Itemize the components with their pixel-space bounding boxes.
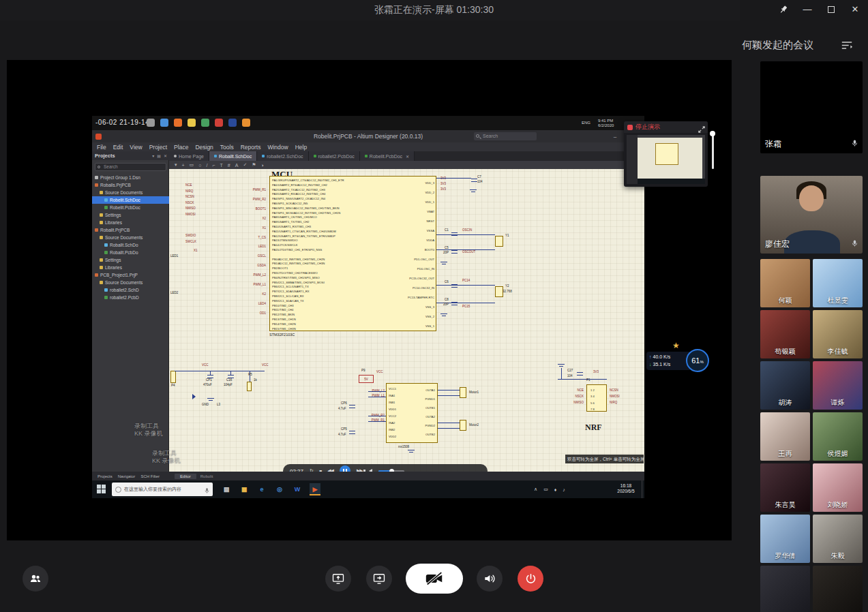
doc-icon (262, 155, 265, 157)
participant-tile[interactable]: 张霜 (760, 61, 863, 153)
cap-ref: C7 (477, 176, 481, 179)
pip-slider-knob[interactable] (710, 131, 715, 136)
minimize-button[interactable]: — (801, 3, 813, 16)
app-icon (174, 119, 182, 127)
network-stats: ↑ 40.0 K/s ↓ 35.1 K/s (646, 352, 691, 370)
participant-tile[interactable]: 何颖 (760, 259, 810, 307)
speaker-button[interactable] (477, 566, 503, 592)
participant-tile[interactable]: 杜昱雯 (813, 259, 863, 307)
file-icon (100, 191, 103, 194)
nrf-left-nets: NCE NSCK NMISO (555, 387, 584, 406)
file-icon (104, 288, 108, 292)
taskbar-search-box: 在这里输入你要搜索的内容 (112, 483, 213, 496)
pin-icon[interactable] (777, 3, 790, 16)
project-tree-item: Source Documents (92, 234, 169, 241)
participant-tile[interactable]: 谭烁 (813, 361, 863, 410)
document-tab: Robellt.PcbDoc ✕ (360, 151, 415, 161)
participant-tile[interactable]: 胡涛 (760, 361, 810, 410)
app-icon (242, 119, 250, 127)
capacitor-symbol (451, 284, 458, 288)
video-timestamp-watermark: -06-02 21-19-14 (95, 119, 149, 126)
upload-speed: 40.0 K/s (653, 353, 671, 361)
participant-tile[interactable]: 王再 (760, 412, 810, 461)
pip-slider[interactable] (712, 134, 714, 169)
participant-tile[interactable]: 罗华倩 (760, 515, 810, 563)
taskbar-app-icon: ▶ (310, 483, 320, 495)
participant-name: 谭烁 (813, 398, 863, 408)
net-label: PC14 (462, 279, 470, 283)
doc-icon (365, 155, 368, 157)
participant-tile[interactable]: 李佳毓 (813, 310, 863, 358)
expand-icon[interactable] (698, 123, 705, 136)
wire (558, 379, 607, 380)
panel-icon: ▾ (152, 153, 154, 158)
shared-screen-video[interactable]: -06-02 21-19-14 ENG 9:41 PM 6/2/2020 Rob… (92, 116, 644, 498)
crystal-value: 32.768 (503, 290, 512, 294)
doc-icon (214, 155, 217, 157)
close-button[interactable]: ✕ (849, 3, 861, 16)
file-icon (100, 266, 103, 269)
participant-list-icon[interactable] (841, 40, 853, 53)
participant-tile[interactable]: 朱毅 (813, 515, 863, 563)
percent-sign: % (700, 360, 703, 364)
capacitor-symbol (349, 431, 355, 434)
participant-tile[interactable]: 侯煜媚 (813, 412, 863, 461)
capacitor-symbol (471, 179, 477, 182)
panel-tab: Navigator (118, 474, 136, 478)
doc-tab-label: roballet2.SchDoc (267, 154, 303, 159)
participant-tile[interactable]: 廖佳宏 (760, 176, 863, 254)
project-tree-item: Roballs.PrjPCB (92, 181, 169, 189)
mcu-right-pins: VDD_3 VDD_2 VDD_1 VBAT NRST VSSA VDDA BO… (367, 179, 434, 331)
tree-item-label: Source Documents (105, 235, 143, 240)
file-icon (100, 213, 103, 217)
participant-name: 苟银颖 (760, 347, 810, 356)
taskbar-clock: 16:18 2020/6/5 (612, 483, 640, 495)
maximize-button[interactable] (825, 3, 837, 16)
menu-item: View (130, 144, 142, 151)
schematic-toolbar: ▾+▭○/⌐T#A✓⚑◑ (169, 161, 644, 169)
toolbar-icon: T (220, 163, 223, 168)
pip-preview-panel (627, 135, 638, 184)
nrf-section-title: NRF (585, 423, 602, 433)
diode-symbol (192, 394, 196, 399)
participant-tile[interactable]: 刘晓娇 (813, 463, 863, 512)
participant-tile[interactable] (760, 566, 810, 612)
cap-value: 20P (443, 303, 449, 307)
wire (368, 397, 386, 397)
project-tree-item: Roballt.PrjPCB (92, 226, 169, 234)
participant-tile[interactable] (813, 566, 863, 612)
net-label: OSCOUT (462, 251, 475, 254)
participant-tile[interactable]: 苟银颖 (760, 310, 810, 358)
project-tree-item: roballet2.SchD (92, 286, 169, 294)
tray-icon: ♪ (563, 487, 565, 492)
leave-meeting-button[interactable] (518, 566, 543, 592)
toolbar-icon: + (182, 163, 185, 168)
altium-menubar: FileEditViewProjectPlaceDesignToolsRepor… (92, 142, 644, 151)
project-tree-item: Settings (92, 211, 169, 219)
screen-share-button[interactable] (325, 566, 351, 592)
connector-pin-numbers: 1 2 3 4 5 6 7 8 (590, 387, 595, 413)
tree-item-label: roballet2.SchD (110, 288, 139, 292)
share-content-button[interactable] (366, 566, 392, 592)
taskbar-app-icon: ▤ (221, 483, 232, 495)
stop-presenting-button[interactable]: 停止演示 (624, 121, 708, 133)
performance-badge[interactable]: 61 % (686, 349, 709, 372)
cap-ref: C1 (445, 229, 449, 232)
file-icon (100, 221, 103, 224)
cap-value: 470uF (203, 384, 212, 387)
menu-item: Reports (241, 144, 261, 151)
presenter-pip-window[interactable]: 停止演示 (624, 121, 708, 187)
app-icon (147, 119, 155, 127)
tree-item-label: Roballt.PcbDo (110, 250, 138, 255)
app-icon (201, 119, 209, 127)
participant-tile[interactable]: 朱言昊 (760, 463, 810, 512)
camera-off-button[interactable] (406, 564, 463, 594)
desktop-app-icons (147, 119, 250, 127)
taskbar-app-icon: e (256, 483, 267, 495)
wire (368, 416, 386, 416)
tree-item-label: Source Documents (105, 280, 143, 285)
participants-button[interactable] (23, 566, 48, 592)
capacitor-symbol (349, 405, 355, 408)
toolbar-icon: A (235, 163, 239, 168)
project-tree-item: roballet2.PcbD (92, 294, 169, 301)
